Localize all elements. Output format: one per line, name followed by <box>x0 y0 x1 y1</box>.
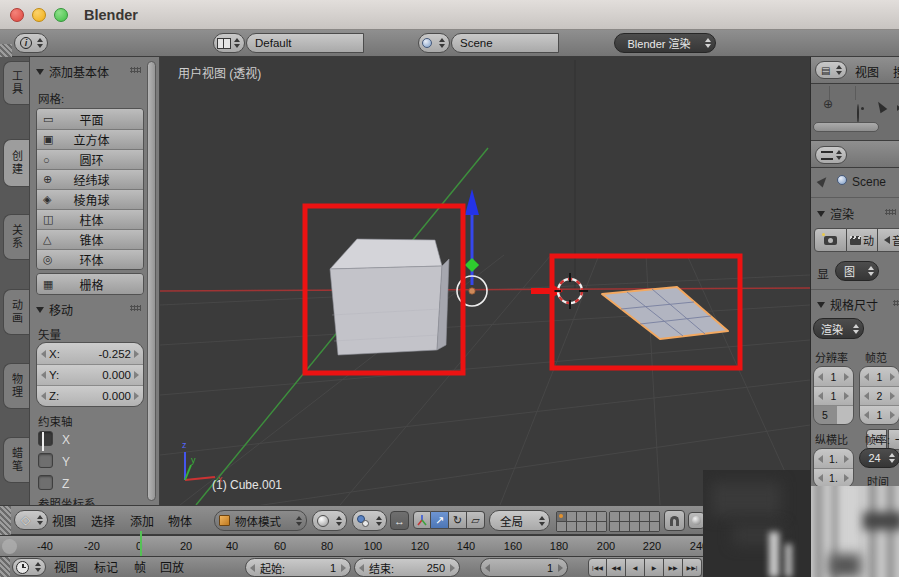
timeline-ruler[interactable]: -40 -20 0 20 40 60 80 100 120 140 160 18… <box>0 535 810 556</box>
outliner-menu-view[interactable]: 视图 <box>855 67 879 79</box>
outliner-menu-search[interactable]: 搜索 <box>893 67 899 79</box>
tab-grease-pencil[interactable]: 蜡笔 <box>3 437 29 483</box>
decrement-icon[interactable] <box>359 564 364 572</box>
axis-y-checkbox[interactable] <box>38 453 53 468</box>
play-button[interactable]: ▶ <box>645 558 664 577</box>
cursor-3d[interactable] <box>552 273 588 309</box>
translate-axes-button[interactable] <box>413 511 431 529</box>
corner-grip[interactable] <box>0 44 12 57</box>
editor-type-button-outliner[interactable]: ▤ <box>815 61 847 79</box>
outliner-scrollbar[interactable] <box>813 122 879 132</box>
increment-icon[interactable] <box>341 564 346 572</box>
pivot-select[interactable] <box>352 510 387 531</box>
minimize-window-button[interactable] <box>32 8 46 22</box>
frame-start-field-props[interactable]: 1 <box>860 367 899 386</box>
add-cone-button[interactable]: △锥体 <box>37 229 143 249</box>
tab-relations[interactable]: 关系 <box>3 214 29 260</box>
fps-select[interactable]: 24 <box>859 448 899 468</box>
increment-icon[interactable] <box>450 564 455 572</box>
menu-tl-view[interactable]: 视图 <box>54 562 78 574</box>
scene-name-field[interactable]: Scene <box>451 33 559 53</box>
increment-icon[interactable] <box>134 350 139 358</box>
move-panel-header[interactable]: 移动 <box>36 301 73 318</box>
add-panel-header[interactable]: 添加基本体 <box>36 63 109 80</box>
current-frame-field[interactable]: 1 <box>480 558 568 577</box>
plane-object[interactable] <box>602 287 728 339</box>
render-preset-select[interactable]: 渲染 <box>813 318 864 339</box>
viewport-3d[interactable]: z y x 用户视图 (透视) (1) Cube.001 <box>160 57 810 505</box>
resolution-percentage-slider[interactable]: 5 <box>814 405 853 424</box>
layers-widget-2[interactable] <box>609 511 660 532</box>
frame-start-field[interactable]: 起始: 1 <box>245 558 351 577</box>
jump-start-button[interactable]: |◀◀ <box>588 558 607 577</box>
close-window-button[interactable] <box>10 8 24 22</box>
frame-end-field-props[interactable]: 2 <box>860 386 899 405</box>
increment-icon[interactable] <box>134 371 139 379</box>
layout-icon-button[interactable] <box>213 33 245 53</box>
render-engine-select[interactable]: Blender 渲染 <box>614 33 716 53</box>
aspect-x-field[interactable]: 1. <box>814 449 853 468</box>
rotate-manipulator-button[interactable]: ↻ <box>449 511 467 529</box>
resolution-x-field[interactable]: 1 <box>814 367 853 386</box>
panel-grip-icon[interactable] <box>130 67 141 73</box>
menu-add[interactable]: 添加 <box>130 516 154 528</box>
editor-type-button-3dview[interactable]: ◇ <box>14 510 48 530</box>
tab-physics[interactable]: 物理 <box>3 363 29 409</box>
editor-type-button-properties[interactable] <box>815 146 847 164</box>
outliner-tree[interactable]: ⊕ <box>811 84 899 140</box>
eye-icon[interactable] <box>857 104 859 123</box>
current-frame-line[interactable] <box>140 531 142 556</box>
layout-name-field[interactable]: Default <box>246 33 364 53</box>
decrement-icon[interactable] <box>41 350 46 358</box>
add-uvsphere-button[interactable]: ⊕经纬球 <box>37 169 143 189</box>
tab-create[interactable]: 创建 <box>3 139 29 187</box>
render-audio-button[interactable]: 音 <box>878 228 899 252</box>
selectable-cursor-icon[interactable] <box>875 100 888 114</box>
expand-icon[interactable]: ⊕ <box>823 97 833 111</box>
render-panel-header[interactable]: 渲染 <box>817 205 854 222</box>
frame-end-field[interactable]: 结束: 250 <box>354 558 460 577</box>
render-still-button[interactable] <box>814 228 847 252</box>
corner-grip[interactable] <box>0 506 11 535</box>
move-z-field[interactable]: Z: 0.000 <box>37 385 143 406</box>
maximize-window-button[interactable] <box>54 8 68 22</box>
menu-tl-marker[interactable]: 标记 <box>94 562 118 574</box>
cube-object[interactable] <box>330 239 449 355</box>
display-mode-select[interactable]: 图 <box>835 261 879 281</box>
axis-z-checkbox[interactable] <box>38 475 53 490</box>
add-icosphere-button[interactable]: ◈棱角球 <box>37 189 143 209</box>
shading-select[interactable] <box>312 510 347 531</box>
increment-icon[interactable] <box>558 564 563 572</box>
ruler-left-cap[interactable] <box>2 539 17 554</box>
menu-tl-playback[interactable]: 回放 <box>160 562 184 574</box>
add-circle-button[interactable]: ○圆环 <box>37 149 143 169</box>
shelf-scrollbar[interactable] <box>147 61 156 501</box>
next-keyframe-button[interactable]: ▶▶ <box>664 558 683 577</box>
snap-toggle-button[interactable] <box>664 510 685 531</box>
render-animation-button[interactable]: 动 <box>847 228 878 252</box>
menu-object[interactable]: 物体 <box>168 516 192 528</box>
increment-icon[interactable] <box>134 392 139 400</box>
corner-grip[interactable] <box>0 557 10 577</box>
manipulator-toggle[interactable]: ↔ <box>390 511 409 530</box>
move-x-field[interactable]: X: -0.252 <box>37 343 143 364</box>
panel-grip-icon[interactable] <box>130 305 141 311</box>
jump-end-button[interactable]: ▶▶| <box>683 558 702 577</box>
dimensions-panel-header[interactable]: 规格尺寸 <box>817 296 878 313</box>
decrement-icon[interactable] <box>485 564 490 572</box>
add-cylinder-button[interactable]: ◫柱体 <box>37 209 143 229</box>
orientation-select[interactable]: 全局 <box>489 510 550 531</box>
axis-x-checkbox[interactable] <box>38 431 53 446</box>
decrement-icon[interactable] <box>250 564 255 572</box>
add-grid-button[interactable]: ▦栅格 <box>37 274 143 294</box>
mode-select[interactable]: 物体模式 <box>214 510 307 531</box>
editor-type-button-info[interactable]: i <box>14 33 48 53</box>
aspect-y-field[interactable]: 1. <box>814 468 853 487</box>
panel-grip-icon[interactable] <box>893 300 899 306</box>
tab-animation[interactable]: 动画 <box>3 289 29 335</box>
pin-icon[interactable] <box>817 175 830 188</box>
layers-widget-1[interactable] <box>556 511 607 532</box>
panel-grip-icon[interactable] <box>885 209 896 215</box>
decrement-icon[interactable] <box>41 371 46 379</box>
decrement-icon[interactable] <box>41 392 46 400</box>
